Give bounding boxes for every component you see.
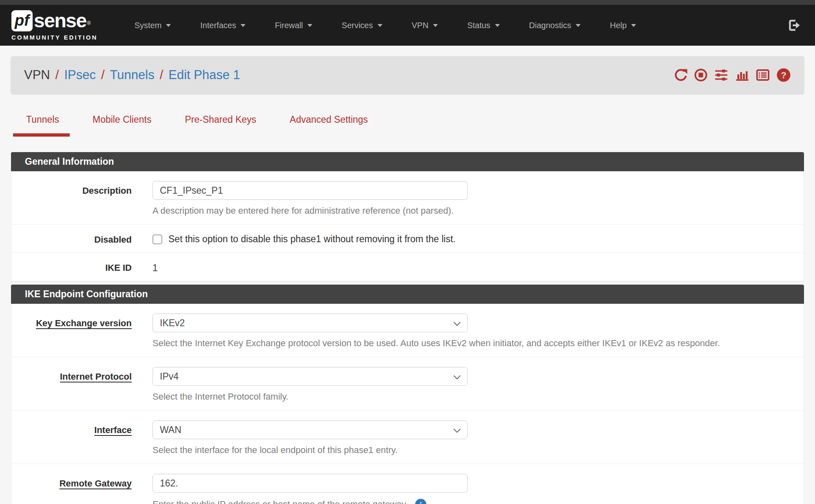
bar-chart-icon[interactable] bbox=[735, 68, 749, 82]
field-row-key-exchange-version: Key Exchange version IKEv2 Select the In… bbox=[11, 304, 804, 357]
tab-pre-shared-keys[interactable]: Pre-Shared Keys bbox=[185, 114, 256, 137]
caret-down-icon bbox=[166, 24, 171, 27]
caret-down-icon bbox=[307, 24, 312, 27]
breadcrumb-current-page: Edit Phase 1 bbox=[168, 68, 240, 82]
chevron-down-icon bbox=[453, 371, 461, 382]
breadcrumb-link-tunnels[interactable]: Tunnels bbox=[110, 68, 155, 82]
breadcrumb-bar: VPN / IPsec / Tunnels / Edit Phase 1 bbox=[11, 56, 804, 94]
menu-item-services[interactable]: Services bbox=[342, 21, 382, 30]
field-label: Internet Protocol bbox=[60, 371, 132, 382]
field-label: Key Exchange version bbox=[36, 318, 132, 328]
active-tab-indicator bbox=[13, 133, 70, 137]
field-row-remote-gateway: Remote Gateway Enter the public IP addre… bbox=[11, 464, 804, 504]
tab-advanced-settings[interactable]: Advanced Settings bbox=[290, 114, 368, 137]
field-row-interface: Interface WAN Select the interface for t… bbox=[11, 411, 804, 464]
menu-item-firewall[interactable]: Firewall bbox=[275, 21, 312, 30]
breadcrumb-separator: / bbox=[160, 68, 163, 82]
menu-item-vpn[interactable]: VPN bbox=[412, 21, 438, 30]
chevron-down-icon bbox=[453, 424, 461, 435]
checkbox-label: Set this option to disable this phase1 w… bbox=[168, 234, 455, 245]
chevron-down-icon bbox=[453, 318, 461, 329]
navbar-top-strip bbox=[0, 0, 815, 5]
field-row-ike-id: IKE ID 1 bbox=[11, 253, 804, 281]
tab-tunnels[interactable]: Tunnels bbox=[26, 114, 59, 137]
menu-item-diagnostics[interactable]: Diagnostics bbox=[529, 21, 581, 30]
panel-title: IKE Endpoint Configuration bbox=[11, 285, 804, 304]
field-label: Description bbox=[11, 181, 152, 216]
menu-item-interfaces[interactable]: Interfaces bbox=[200, 21, 245, 30]
svg-text:?: ? bbox=[781, 70, 786, 80]
svg-text:i: i bbox=[420, 501, 422, 504]
info-icon[interactable]: i bbox=[415, 498, 427, 504]
panel-title: General Information bbox=[11, 152, 804, 171]
breadcrumb-link-ipsec[interactable]: IPsec bbox=[64, 68, 96, 82]
registered-mark: ® bbox=[87, 15, 91, 31]
menu-item-help[interactable]: Help bbox=[610, 21, 636, 30]
select-value: IPv4 bbox=[160, 371, 179, 382]
list-icon[interactable] bbox=[755, 68, 770, 82]
pf-logo-box: pf bbox=[11, 10, 33, 31]
caret-down-icon bbox=[631, 24, 636, 27]
internet-protocol-select[interactable]: IPv4 bbox=[152, 367, 468, 386]
key-exchange-version-select[interactable]: IKEv2 bbox=[152, 314, 468, 332]
select-value: WAN bbox=[160, 424, 181, 435]
field-help-text: Select the Internet Protocol family. bbox=[152, 391, 787, 402]
caret-down-icon bbox=[241, 24, 245, 27]
interface-select[interactable]: WAN bbox=[152, 420, 468, 439]
stop-circle-icon[interactable] bbox=[694, 68, 708, 82]
menu-item-status[interactable]: Status bbox=[467, 21, 500, 30]
menu-item-system[interactable]: System bbox=[135, 21, 171, 30]
field-label: IKE ID bbox=[11, 261, 152, 274]
breadcrumb-separator: / bbox=[101, 68, 105, 82]
panel-general-information: General Information Description A descri… bbox=[11, 152, 804, 282]
caret-down-icon bbox=[576, 24, 581, 27]
brand-edition-label: COMMUNITY EDITION bbox=[11, 34, 98, 41]
main-menu: System Interfaces Firewall Services VPN … bbox=[135, 21, 636, 30]
field-help-text: Select the Internet Key Exchange protoco… bbox=[152, 338, 787, 349]
ike-id-value: 1 bbox=[152, 261, 787, 274]
remote-gateway-input[interactable] bbox=[152, 474, 468, 493]
breadcrumb-root: VPN bbox=[24, 68, 50, 82]
field-help-text: A description may be entered here for ad… bbox=[152, 206, 787, 216]
field-label: Remote Gateway bbox=[60, 478, 132, 489]
sliders-icon[interactable] bbox=[714, 68, 729, 82]
disabled-checkbox[interactable] bbox=[152, 234, 162, 244]
caret-down-icon bbox=[495, 24, 500, 27]
caret-down-icon bbox=[378, 24, 382, 27]
select-value: IKEv2 bbox=[160, 318, 185, 329]
refresh-icon[interactable] bbox=[674, 68, 688, 82]
section-tabs: Tunnels Mobile Clients Pre-Shared Keys A… bbox=[26, 114, 815, 137]
field-row-disabled: Disabled Set this option to disable this… bbox=[11, 225, 804, 253]
tab-mobile-clients[interactable]: Mobile Clients bbox=[93, 114, 151, 137]
top-navbar: pf sense ® COMMUNITY EDITION System Inte… bbox=[0, 0, 815, 46]
page-toolbar: ? bbox=[674, 68, 791, 82]
breadcrumb-separator: / bbox=[55, 68, 59, 82]
brand-word: sense bbox=[34, 10, 86, 31]
panel-ike-endpoint-configuration: IKE Endpoint Configuration Key Exchange … bbox=[11, 285, 804, 504]
logout-icon[interactable] bbox=[787, 18, 801, 32]
field-help-text: Enter the public IP address or host name… bbox=[152, 499, 408, 504]
field-label: Disabled bbox=[11, 233, 152, 245]
field-row-internet-protocol: Internet Protocol IPv4 Select the Intern… bbox=[11, 357, 804, 411]
description-input[interactable] bbox=[152, 181, 468, 200]
pfsense-logo[interactable]: pf sense ® COMMUNITY EDITION bbox=[11, 10, 98, 41]
question-icon[interactable]: ? bbox=[776, 68, 791, 82]
field-help-text: Select the interface for the local endpo… bbox=[152, 445, 787, 455]
field-row-description: Description A description may be entered… bbox=[11, 171, 804, 225]
caret-down-icon bbox=[433, 24, 438, 27]
field-label: Interface bbox=[94, 425, 132, 435]
